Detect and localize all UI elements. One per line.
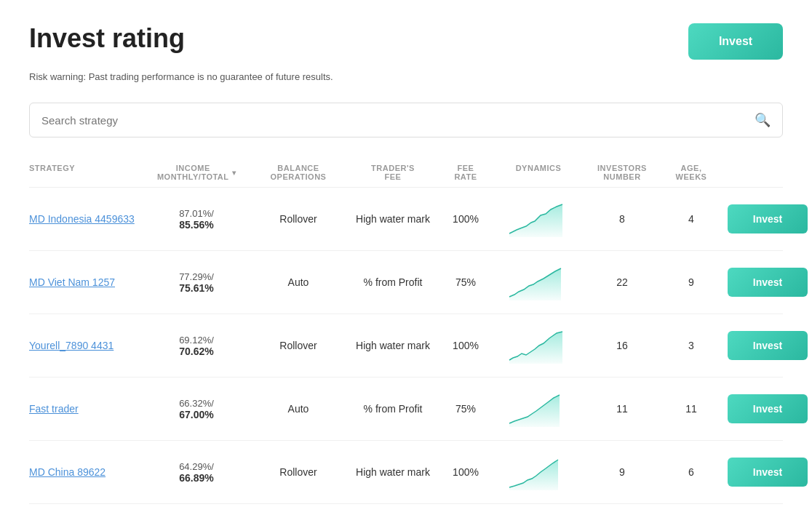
table-row: MD Indonesia 4459633 87.01%/ 85.56% Roll… <box>29 188 783 251</box>
cell-balance: Rollover <box>247 340 349 351</box>
income-total: 66.89% <box>179 472 213 484</box>
cell-investors: 22 <box>582 276 662 288</box>
invest-button-row[interactable]: Invest <box>728 268 808 297</box>
cell-investors: 11 <box>582 403 662 415</box>
strategy-link[interactable]: Fast trader <box>29 403 79 415</box>
income-monthly: 69.12%/ <box>179 335 214 346</box>
search-container: 🔍 <box>29 103 783 137</box>
cell-dynamics <box>495 327 582 364</box>
cell-strategy: Fast trader <box>29 403 146 415</box>
strategy-link[interactable]: MD Indonesia 4459633 <box>29 213 135 225</box>
table-body: MD Indonesia 4459633 87.01%/ 85.56% Roll… <box>29 188 783 504</box>
sort-income-icon: ▾ <box>232 169 236 177</box>
table-header: STRATEGY INCOMEMONTHLY/TOTAL ▾ BALANCEOP… <box>29 158 783 188</box>
dynamics-chart <box>506 264 571 300</box>
table-row: MD Viet Nam 1257 77.29%/ 75.61% Auto % f… <box>29 251 783 314</box>
cell-balance: Auto <box>247 276 349 288</box>
search-icon: 🔍 <box>755 112 771 128</box>
cell-invest: Invest <box>720 204 812 233</box>
strategy-link[interactable]: Yourell_7890 4431 <box>29 340 114 351</box>
cell-dynamics <box>495 391 582 427</box>
income-monthly: 77.29%/ <box>179 271 214 282</box>
cell-dynamics <box>495 264 582 300</box>
cell-income: 66.32%/ 67.00% <box>146 397 247 420</box>
col-strategy: STRATEGY <box>29 164 146 181</box>
table-row: MD China 89622 64.29%/ 66.89% Rollover H… <box>29 441 783 504</box>
cell-income: 64.29%/ 66.89% <box>146 460 247 484</box>
col-age: AGE,WEEKS <box>662 164 720 181</box>
col-action <box>720 164 812 181</box>
cell-fee-rate: 100% <box>437 213 495 225</box>
cell-balance: Rollover <box>247 213 349 225</box>
income-total: 70.62% <box>179 346 213 357</box>
col-trader-fee: TRADER'SFEE <box>349 164 437 181</box>
invest-button-main[interactable]: Invest <box>688 23 783 60</box>
cell-age: 6 <box>662 466 720 478</box>
cell-income: 77.29%/ 75.61% <box>146 271 247 294</box>
cell-strategy: MD Indonesia 4459633 <box>29 213 146 225</box>
income-monthly: 87.01%/ <box>179 208 214 219</box>
table-row: Fast trader 66.32%/ 67.00% Auto % from P… <box>29 378 783 441</box>
cell-trader-fee: % from Profit <box>349 403 437 415</box>
cell-strategy: Yourell_7890 4431 <box>29 340 146 351</box>
cell-dynamics <box>495 454 582 490</box>
income-monthly: 64.29%/ <box>179 461 214 472</box>
cell-age: 4 <box>662 213 720 225</box>
invest-button-row[interactable]: Invest <box>728 458 808 487</box>
income-total: 85.56% <box>179 219 213 231</box>
cell-dynamics <box>495 201 582 237</box>
cell-investors: 16 <box>582 340 662 351</box>
cell-age: 9 <box>662 276 720 288</box>
col-fee-rate: FEERATE <box>437 164 495 181</box>
cell-strategy: MD China 89622 <box>29 466 146 478</box>
cell-income: 69.12%/ 70.62% <box>146 334 247 357</box>
dynamics-chart <box>506 391 571 427</box>
col-income[interactable]: INCOMEMONTHLY/TOTAL ▾ <box>146 164 247 181</box>
cell-trader-fee: % from Profit <box>349 276 437 288</box>
cell-age: 3 <box>662 340 720 351</box>
page-title: Invest rating <box>29 23 185 54</box>
invest-button-row[interactable]: Invest <box>728 204 808 233</box>
col-investors: INVESTORSNUMBER <box>582 164 662 181</box>
search-input[interactable] <box>41 114 755 127</box>
col-dynamics: DYNAMICS <box>495 164 582 181</box>
cell-fee-rate: 75% <box>437 403 495 415</box>
income-total: 67.00% <box>179 409 213 420</box>
cell-fee-rate: 100% <box>437 466 495 478</box>
strategy-link[interactable]: MD China 89622 <box>29 466 106 478</box>
risk-warning: Risk warning: Past trading performance i… <box>29 71 783 82</box>
cell-balance: Rollover <box>247 466 349 478</box>
cell-invest: Invest <box>720 331 812 360</box>
invest-button-row[interactable]: Invest <box>728 394 808 423</box>
cell-trader-fee: High water mark <box>349 340 437 351</box>
dynamics-chart <box>506 327 571 364</box>
dynamics-chart <box>506 201 571 237</box>
income-total: 75.61% <box>179 282 213 294</box>
cell-trader-fee: High water mark <box>349 466 437 478</box>
page-header: Invest rating Invest <box>29 23 783 60</box>
cell-fee-rate: 75% <box>437 276 495 288</box>
cell-trader-fee: High water mark <box>349 213 437 225</box>
strategy-table: STRATEGY INCOMEMONTHLY/TOTAL ▾ BALANCEOP… <box>29 158 783 504</box>
invest-button-row[interactable]: Invest <box>728 331 808 360</box>
cell-age: 11 <box>662 403 720 415</box>
cell-investors: 8 <box>582 213 662 225</box>
col-balance: BALANCEOPERATIONS <box>247 164 349 181</box>
cell-investors: 9 <box>582 466 662 478</box>
strategy-link[interactable]: MD Viet Nam 1257 <box>29 276 115 288</box>
cell-invest: Invest <box>720 394 812 423</box>
cell-invest: Invest <box>720 458 812 487</box>
cell-balance: Auto <box>247 403 349 415</box>
income-monthly: 66.32%/ <box>179 398 214 409</box>
dynamics-chart <box>506 454 571 490</box>
cell-income: 87.01%/ 85.56% <box>146 207 247 231</box>
cell-invest: Invest <box>720 268 812 297</box>
cell-strategy: MD Viet Nam 1257 <box>29 276 146 288</box>
cell-fee-rate: 100% <box>437 340 495 351</box>
table-row: Yourell_7890 4431 69.12%/ 70.62% Rollove… <box>29 314 783 378</box>
